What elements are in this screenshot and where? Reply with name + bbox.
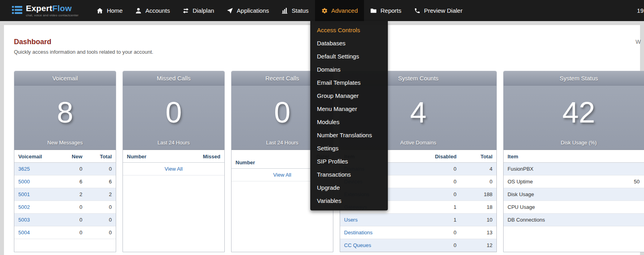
stat-number: 4 [410,86,426,140]
extension-link[interactable]: 5000 [18,179,30,185]
col-header: Number [123,150,184,163]
stat-label: Last 24 Hours [266,140,298,150]
phone-icon [414,8,420,14]
brand-tagline: chat, voice and video contactcenter [26,14,78,17]
col-header: Voicemail [14,150,57,163]
voicemail-row: 3625 0 0 [14,163,116,175]
nav-item-preview-dialer[interactable]: Preview Dialer [408,0,469,21]
stat-label: Active Domains [400,140,436,150]
advanced-menu-item[interactable]: Menu Manager [310,102,388,115]
extension-link[interactable]: 3625 [18,166,30,172]
col-header: Item [504,150,597,163]
nav-item-home[interactable]: Home [90,0,129,21]
navbar-right-text[interactable]: 19 [637,0,644,21]
voicemail-row: 5003 0 0 [14,214,116,226]
disabled-count: 0 [415,239,461,252]
advanced-menu-item[interactable]: Databases [310,37,388,50]
total-count: 0 [86,226,116,239]
extension-link[interactable]: 5001 [18,191,30,197]
status-value [597,188,644,201]
advanced-menu-item[interactable]: SIP Profiles [310,155,388,168]
voicemail-row: 5002 0 0 [14,201,116,214]
stat-number: 0 [274,86,290,140]
nav-label: Dialplan [193,7,214,14]
disabled-count: 0 [415,188,461,201]
status-item: FusionPBX [504,163,597,175]
system-status-card: System Status 42 Disk Usage (%) Item Fus… [503,71,644,252]
advanced-menu-item[interactable]: Number Translations [310,128,388,142]
col-header-empty [597,150,644,163]
advanced-menu-item[interactable]: Upgrade [310,181,388,194]
system-status-row: Disk Usage [504,188,644,201]
nav-item-status[interactable]: Status [275,0,315,21]
new-count: 0 [57,201,86,214]
brand-logo[interactable]: ExpertFlow chat, voice and video contact… [0,0,86,21]
count-item-link[interactable]: Users [344,217,358,223]
total-count: 188 [461,188,496,201]
gear-icon [321,8,328,14]
view-all-row: View All [123,163,224,175]
voicemail-row: 5004 0 0 [14,226,116,239]
total-count: 18 [461,201,496,214]
advanced-menu-item[interactable]: Group Manager [310,89,388,102]
nav-item-dialplan[interactable]: Dialplan [176,0,220,21]
system-status-card-title: System Status [504,71,644,86]
stat-number: 0 [165,86,182,140]
advanced-menu-item[interactable]: Domains [310,63,388,76]
status-value [597,163,644,175]
new-count: 2 [57,188,86,201]
nav-label: Status [292,7,309,14]
missed-calls-stat: 0 Last 24 Hours [123,86,224,150]
brand-name: ExpertFlow [26,4,72,13]
home-icon [97,8,103,14]
total-count: 10 [461,214,496,226]
status-value: 50 [597,175,644,188]
system-status-row: DB Connections [504,214,644,226]
nav-label: Preview Dialer [424,7,463,14]
missed-calls-card: Missed Calls 0 Last 24 Hours Number Miss… [123,71,225,252]
advanced-menu-item[interactable]: Transactions [310,168,388,181]
new-count: 0 [57,163,86,175]
system-count-row: CC Queues 0 12 [340,239,496,252]
nav-item-reports[interactable]: Reports [364,0,408,21]
count-item-link[interactable]: CC Queues [344,242,371,248]
nav-label: Advanced [331,7,358,14]
count-item-link[interactable]: Destinations [344,230,373,236]
extension-link[interactable]: 5003 [18,217,30,223]
system-status-row: CPU Usage [504,201,644,214]
advanced-menu-item[interactable]: Default Settings [310,50,388,63]
new-count: 0 [57,226,86,239]
advanced-menu-item[interactable]: Settings [310,142,388,155]
folder-icon [370,8,377,14]
stat-number: 42 [562,86,595,140]
col-header: New [57,150,86,163]
view-all-link[interactable]: View All [273,172,291,178]
status-item: OS Uptime [504,175,597,188]
user-icon [135,8,142,14]
welcome-text: W [636,39,641,45]
extension-link[interactable]: 5002 [18,204,30,210]
disabled-count: 1 [415,201,461,214]
stat-number: 8 [57,86,73,140]
col-header: Total [86,150,116,163]
transfer-arrows-icon [183,8,189,14]
advanced-dropdown: Access Controls Databases Default Settin… [310,21,388,210]
nav-item-advanced[interactable]: Advanced Access Controls Databases Defau… [315,0,364,21]
nav-item-accounts[interactable]: Accounts [129,0,176,21]
nav-item-applications[interactable]: Applications [220,0,275,21]
disabled-count: 0 [415,226,461,239]
total-count: 0 [86,201,116,214]
brand-mark-icon [12,6,22,16]
extension-link[interactable]: 5004 [18,230,30,236]
advanced-menu-item[interactable]: Email Templates [310,76,388,89]
nav-label: Accounts [145,7,170,14]
total-count: 0 [461,175,496,188]
advanced-menu-item[interactable]: Modules [310,115,388,128]
view-all-link[interactable]: View All [165,166,183,172]
advanced-menu-item[interactable]: Variables [310,194,388,207]
advanced-menu-item[interactable]: Access Controls [310,23,388,37]
system-count-row: Users 1 10 [340,214,496,226]
system-status-row: OS Uptime 50 [504,175,644,188]
nav-label: Reports [380,7,401,14]
total-count: 13 [461,226,496,239]
